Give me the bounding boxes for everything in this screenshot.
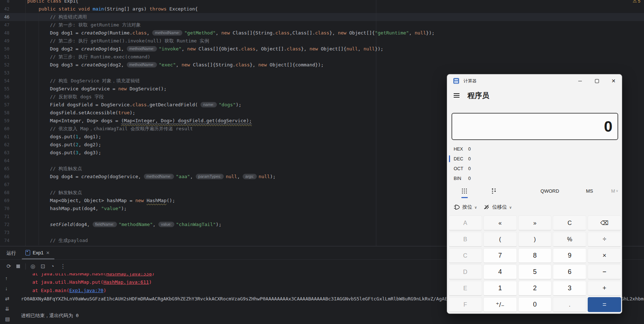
key-7[interactable]: 7 <box>483 248 517 263</box>
stacktrace-link[interactable]: HashMap.java:338 <box>106 273 152 276</box>
code-line[interactable]: 42public static void main(String[] args)… <box>0 5 644 13</box>
line-number: 46 <box>0 13 9 21</box>
tab-exp1[interactable]: Exp1 ✕ <box>22 246 53 259</box>
code-segment: 3 <box>76 150 78 155</box>
stop-icon[interactable] <box>16 263 20 268</box>
code-line[interactable]: 50Dog dog2 = createDog(dog1, methodName:… <box>0 45 644 53</box>
code-segment: (dog1, <box>107 46 127 52</box>
console-text: at java.util.HashMap.put( <box>32 279 104 285</box>
key-4[interactable]: 4 <box>483 264 517 279</box>
code-segment: null <box>347 46 358 52</box>
code-segment: class <box>315 30 329 36</box>
key-6[interactable]: 6 <box>553 264 586 279</box>
code-segment: Class[]{Object. <box>196 46 241 52</box>
memory-store-button[interactable]: MS <box>582 184 596 198</box>
code-segment: , <box>182 46 187 52</box>
hamburger-menu-icon[interactable] <box>454 93 459 98</box>
key-−[interactable]: − <box>588 264 621 279</box>
radix-value: 0 <box>468 147 471 152</box>
code-segment: , Object[]. <box>255 46 287 52</box>
key-÷[interactable]: ÷ <box>588 232 621 247</box>
radix-row-oct[interactable]: OCT0 <box>447 164 622 173</box>
code-text: dogs.put(1, dog1); <box>50 133 101 141</box>
key-9[interactable]: 9 <box>553 248 586 263</box>
key-0[interactable]: 0 <box>518 297 552 312</box>
code-segment: , <box>147 30 153 36</box>
code-text: // 依次放入 Map，chainWagTail 会按顺序遍历并传递 resul… <box>50 125 193 133</box>
close-button[interactable]: ✕ <box>605 74 622 87</box>
radix-row-hex[interactable]: HEX0 <box>447 144 622 154</box>
code-segment: ); <box>270 174 276 179</box>
bit-toggle-keypad[interactable] <box>483 184 505 198</box>
bitwise-button[interactable]: 按位 ∨ <box>454 204 477 210</box>
bitshift-button[interactable]: 位移位 ∨ <box>483 204 512 210</box>
inspections-widget[interactable]: ⚠5 <box>633 0 640 4</box>
code-segment: setField <box>50 222 73 227</box>
code-line[interactable]: 46// 构造链式调用 <box>0 13 644 21</box>
key-3[interactable]: 3 <box>553 281 586 296</box>
code-text: // 反射获取 dogs 字段 <box>50 93 104 101</box>
stacktrace-link[interactable]: HashMap.java:611 <box>104 279 149 285</box>
code-line[interactable]: 52Dog dog3 = createDog(dog2, methodName:… <box>0 61 644 69</box>
tab-close-icon[interactable]: ✕ <box>46 250 50 255</box>
full-keypad-toggle[interactable] <box>454 184 475 198</box>
radix-value: 0 <box>468 176 471 181</box>
code-segment: class <box>287 46 301 52</box>
console-text: 进程已结束，退出代码为 0 <box>21 313 79 318</box>
key-=[interactable]: = <box>588 297 621 312</box>
key-×[interactable]: × <box>588 248 621 263</box>
radix-row-dec[interactable]: DEC0 <box>447 154 622 164</box>
key-«[interactable]: « <box>483 216 517 230</box>
bitshift-label: 位移位 <box>492 204 507 210</box>
inline-parameter-hint: methodName: <box>127 62 157 67</box>
code-text: setField(dog4, fieldName:"methodName", v… <box>50 221 222 229</box>
code-segment: "exec" <box>159 62 176 67</box>
dump-icon[interactable]: ⊡ <box>41 263 45 270</box>
key-5[interactable]: 5 <box>518 264 552 279</box>
radix-label: HEX <box>454 147 468 152</box>
code-line[interactable]: 51// 第三步: 执行 Runtime.exec(command) <box>0 53 644 61</box>
code-segment: new <box>309 46 318 52</box>
code-segment: , <box>237 174 243 179</box>
code-line[interactable]: 8public class Exp1{ <box>0 0 644 5</box>
code-line[interactable]: 49// 第二步: 执行 getRuntime().invoke(null) 获… <box>0 37 644 45</box>
rerun-icon[interactable]: ⟳ <box>7 263 11 270</box>
word-size-button[interactable]: QWORD <box>537 184 562 198</box>
key-%[interactable]: % <box>553 232 586 247</box>
code-segment: true <box>118 110 129 115</box>
calculator-titlebar[interactable]: 计算器 ✕ <box>447 74 622 87</box>
code-text: dogs.put(2, dog2); <box>50 141 101 149</box>
minimize-button[interactable] <box>572 74 588 87</box>
more-icon[interactable]: ⋮ <box>60 263 66 270</box>
key-⁺/₋[interactable]: ⁺/₋ <box>483 297 517 312</box>
code-segment: , <box>176 62 182 67</box>
profile-icon[interactable]: ◔ <box>51 263 54 270</box>
key-+[interactable]: + <box>588 281 621 296</box>
code-segment: (Runtime. <box>107 30 132 36</box>
code-segment: Object[]{ <box>347 30 375 36</box>
code-line[interactable]: 47// 第一步: 获取 getRuntime 方法对象 <box>0 21 644 29</box>
key-1[interactable]: 1 <box>483 281 517 296</box>
key-2[interactable]: 2 <box>518 281 552 296</box>
code-segment: new <box>135 198 143 203</box>
code-segment: createDog <box>81 46 107 52</box>
selected-keypad-indicator <box>461 197 468 198</box>
key-([interactable]: ( <box>483 232 517 247</box>
code-line[interactable]: 48Dog dog1 = createDog(Runtime.class, me… <box>0 29 644 37</box>
code-text: // 第三步: 执行 Runtime.exec(command) <box>50 53 150 61</box>
inline-parameter-hint: methodName: <box>127 46 157 52</box>
key-C[interactable]: C <box>553 216 586 230</box>
key-)[interactable]: ) <box>518 232 552 247</box>
code-segment: createDog <box>81 62 107 67</box>
snapshot-icon[interactable]: ◎ <box>31 263 35 270</box>
stacktrace-link[interactable]: Exp1.java:70 <box>69 288 104 293</box>
code-segment: }, <box>301 46 309 52</box>
radix-row-bin[interactable]: BIN0 <box>447 173 622 183</box>
maximize-button[interactable] <box>588 74 605 87</box>
code-text: // 构造 DogService 对象，填充逻辑链 <box>50 77 140 85</box>
key-⌫[interactable]: ⌫ <box>588 216 621 230</box>
code-text: public static void main(String[] args) t… <box>39 5 198 13</box>
key-8[interactable]: 8 <box>518 248 552 263</box>
line-number: 50 <box>0 45 9 53</box>
key-»[interactable]: » <box>518 216 552 230</box>
